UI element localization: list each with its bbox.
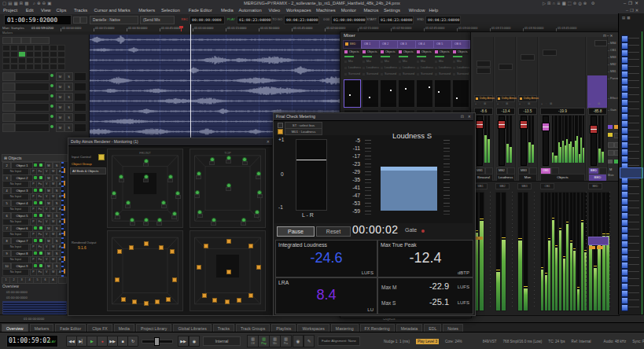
window-controls[interactable]: –❐✕ (624, 1, 641, 6)
atmos-beds-objects-selector[interactable]: All Beds & Objects (70, 167, 106, 174)
patch-cell[interactable] (18, 57, 26, 64)
object-led-1[interactable] (34, 189, 37, 192)
dock-item-icon[interactable] (621, 255, 628, 262)
reset-button[interactable]: Reset (316, 226, 351, 237)
monitor-row-name[interactable] (15, 72, 50, 81)
mdi-window-controls[interactable]: –❐✕ (626, 8, 640, 13)
dock-item-icon[interactable] (621, 127, 628, 134)
monitor-row-name[interactable] (15, 93, 50, 101)
insert-slot[interactable] (499, 64, 513, 70)
metering-titlebar[interactable]: Final Check Metering ⊡ ✕ (274, 113, 473, 121)
patch-cell[interactable] (26, 45, 34, 51)
toolbar-mini-button-2[interactable] (80, 17, 87, 24)
monitor-row-cell[interactable] (2, 93, 15, 101)
menu-item-tracks[interactable]: Tracks (74, 8, 87, 13)
side-label-Gain[interactable]: – Gain (608, 108, 616, 112)
strip-tools-row[interactable]: + ▫ ⊞ (497, 102, 510, 105)
menu-item-project[interactable]: Project (3, 8, 17, 13)
dock-item-icon[interactable] (621, 78, 628, 85)
patch-cell[interactable] (42, 64, 50, 70)
bus2-label[interactable]: M01 : Loudness (285, 128, 322, 135)
grab-icon[interactable]: ✎ (304, 335, 315, 347)
jog-button[interactable]: ◉ (189, 336, 200, 347)
mixer-strip-header-1[interactable]: OB 1 (361, 40, 380, 49)
mixer-strip-objects-row-6[interactable]: Objects (451, 49, 469, 55)
dock-item-icon[interactable] (621, 262, 628, 269)
dock-item-icon[interactable] (621, 99, 628, 106)
object-input-selector[interactable]: No Input (2, 269, 29, 276)
monitor-row-name[interactable] (15, 103, 50, 112)
stop-button[interactable]: ■ (117, 336, 128, 347)
patch-cell[interactable] (57, 51, 65, 57)
object-led-2[interactable] (39, 189, 42, 192)
fast-forward-button[interactable]: ▶▶ (107, 336, 118, 347)
patch-cell[interactable] (2, 51, 10, 57)
side-label-MB4[interactable]: – MB4 (608, 42, 618, 45)
time-field-5[interactable]: 00:04:23:04000 (425, 16, 461, 24)
object-led-2[interactable] (39, 252, 42, 255)
monitor-mute-button[interactable]: M (56, 123, 64, 132)
left-panel-toolbar-button-0[interactable] (2, 37, 12, 44)
side-label-OB1[interactable]: – OB1 (608, 49, 618, 52)
object-led-2[interactable] (39, 176, 42, 179)
atmos-room-view-1[interactable]: TOP (190, 149, 266, 228)
dock-item-icon[interactable] (621, 269, 628, 276)
menu-item-media[interactable]: Media (221, 8, 234, 13)
menu-item-video[interactable]: Video (268, 8, 280, 13)
step-forward-button[interactable]: ▶▏ (76, 336, 87, 347)
dock-item-icon[interactable] (621, 71, 628, 78)
side-label-Effect[interactable]: – Effect (608, 97, 617, 100)
dock-item-icon[interactable] (621, 226, 628, 233)
menu-item-markers[interactable]: Markers (138, 8, 155, 13)
mixer-strip-objects-row-5[interactable]: Objects (433, 49, 451, 55)
dock-item-icon[interactable] (621, 156, 628, 163)
object-led-1[interactable] (34, 163, 37, 167)
dock-item-icon[interactable] (621, 120, 628, 127)
left-panel-toolbar-button-3[interactable] (31, 37, 50, 44)
patch-cell[interactable] (26, 57, 34, 64)
patch-cell[interactable] (42, 45, 50, 51)
object-led-1[interactable] (34, 201, 37, 204)
atmos-room-view-0[interactable]: FRONT (107, 149, 183, 228)
patch-cell[interactable] (50, 51, 57, 57)
atmos-titlebar[interactable]: Dolby Atmos Renderer - Monitoring (1)✕ (68, 138, 272, 146)
dock-item-icon[interactable] (621, 219, 628, 226)
dock-item-icon[interactable] (621, 205, 628, 212)
mixer-strip-objects-row-1[interactable]: Objects (361, 49, 378, 55)
object-led-2[interactable] (39, 201, 42, 204)
dock-item-icon[interactable] (621, 134, 628, 141)
dock-header-icons[interactable]: ▤▦ (622, 16, 632, 20)
left-panel-toolbar-button-1[interactable] (12, 37, 21, 44)
atmos-room-view-3[interactable] (190, 230, 266, 311)
menu-item-workspaces[interactable]: Workspaces (286, 8, 311, 13)
atmos-room-view-2[interactable] (107, 230, 183, 311)
mixer-strip-objects-row-0[interactable]: Objects (343, 49, 360, 55)
automation-pro-button[interactable]: ▥Pro (280, 335, 292, 347)
object-led-2[interactable] (39, 163, 42, 167)
dock-item-icon[interactable] (621, 42, 628, 50)
monitor-mute-button[interactable]: M (56, 93, 64, 101)
side-label-Panning[interactable]: – Panning (608, 77, 618, 80)
bridge-chip-orange-1[interactable] (589, 246, 595, 249)
patch-cell[interactable] (42, 51, 50, 57)
menu-item-clips[interactable]: Clips (57, 8, 67, 13)
dock-item-icon[interactable] (621, 149, 628, 156)
patch-cell[interactable] (2, 64, 10, 70)
atmos-close-icon[interactable]: ✕ (267, 139, 270, 144)
mix-selector[interactable]: (Send Mix (140, 16, 175, 24)
strip-tools-row[interactable]: + ▫ ⊞ (589, 102, 602, 105)
patch-cell[interactable] (50, 45, 57, 51)
mixer-strip-header-0[interactable]: BED (343, 40, 362, 49)
dock-item-icon[interactable] (621, 50, 628, 57)
plugin-chip[interactable]: Dolby Atmos (496, 95, 515, 102)
menu-item-settings[interactable]: Settings (384, 8, 400, 13)
side-label-MB1[interactable]: – MB1 (608, 70, 618, 73)
automation-wri-button[interactable]: ▥Wri (269, 335, 281, 347)
left-panel-toolbar-button-2[interactable] (21, 37, 31, 44)
monitor-row-name[interactable] (15, 113, 50, 122)
insert-slot[interactable] (543, 50, 557, 56)
page-tab-A[interactable]: A (49, 277, 57, 284)
mixer-strip-objects-row-3[interactable]: Objects (397, 49, 414, 55)
monitor-solo-button[interactable]: S (64, 103, 73, 112)
patch-cell[interactable] (34, 64, 42, 70)
